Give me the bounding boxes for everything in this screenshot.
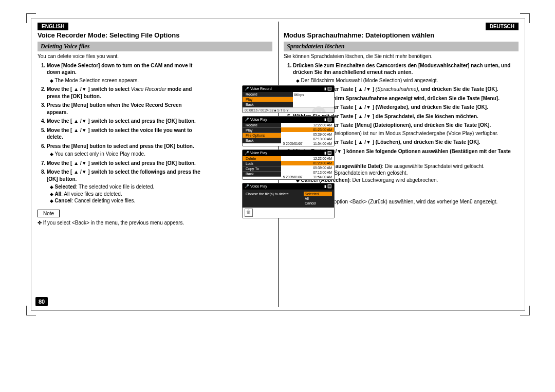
step-6: Press the [Menu] button to select and pr… [47,143,202,158]
step-5: Move the [ ▲ /▼ ] switch to select the v… [47,127,202,141]
s4-item-play: Play [243,97,293,102]
screen-4: 4 🎤 Voice Record▮ 🔳 Record Play Back ☻ 8… [242,85,335,113]
step-4: Move the [ ▲ /▼ ] switch to select and p… [47,118,202,125]
screen-6: 6 🎤 Voice Play▮ 🔳 RecordPlayFile Options… [242,116,335,146]
screen-4-hdr: 🎤 Voice Record [245,87,272,91]
step-8: Move the [ ▲ /▼ ] switch to select the f… [47,169,202,204]
left-title: Voice Recorder Mode: Selecting File Opti… [38,31,272,40]
step-7: Move the [ ▲ /▼ ] switch to select and p… [47,160,202,167]
s8-option-2: Cancel [304,201,332,206]
left-subtitle: Deleting Voice files [38,42,272,51]
s6-menu-item-1: Play [243,128,281,133]
s7-times-row-2: 05:39:00 AM [281,165,334,170]
left-note: If you select <Back> in the menu, the pr… [38,220,202,226]
left-intro: You can delete voice files you want. [38,53,272,59]
s6-times-row-2: 05:39:00 AM [281,132,334,137]
step-1: Drücken Sie zum Einschalten des Camcorde… [293,62,519,84]
step-2: Move the [ ▲ /▼ ] switch to select Voice… [47,86,202,100]
s6-times-row-1: 01:23:00 AM [281,127,334,132]
s7-times-row-3: 07:13:00 AM [281,170,334,175]
s7-menu-item-3: Back [243,172,281,177]
s4-item-back: Back [243,102,293,107]
s8-option-0: Selected [304,192,332,196]
left-column: ENGLISH Voice Recorder Mode: Selecting F… [31,18,279,310]
page-number: 80 [35,297,48,306]
screen-7-hdr: 🎤 Voice Play [245,151,267,155]
s8-option-1: All [304,196,332,201]
s6-times-row-3: 07:13:00 AM [281,137,334,141]
left-steps: Move [Mode Selector] down to turn on the… [38,62,202,204]
s7-times-row-4: 5 2005/01/0711:54:00 AM [281,175,334,179]
s7-times-row-1: 01:23:00 AM [281,161,334,165]
s8-prompt: Choose the file(s) to delete [245,192,304,196]
trash-icon: 🗑 [245,209,253,217]
english-badge: ENGLISH [38,23,68,30]
deutsch-badge: DEUTSCH [486,23,519,30]
s7-times-row-0: 12:22:00 AM [281,156,334,161]
screen-8: 8 🎤 Voice Play▮ 🔳 Choose the file(s) to … [242,183,335,218]
s6-times-row-4: 5 2005/01/0711:54:00 AM [281,141,334,146]
right-subtitle: Sprachdateien löschen [284,42,519,51]
battery-icon: ▮ 🔳 [324,118,332,122]
s6-menu-item-3: Back [243,138,281,143]
screens-column: 4 🎤 Voice Record▮ 🔳 Record Play Back ☻ 8… [242,85,335,221]
battery-icon: ▮ 🔳 [324,151,332,155]
s4-item-record: Record [243,92,293,97]
face-icon: ☻ [306,100,332,113]
screen-7: 7 🎤 Voice Play▮ 🔳 DeleteLockCopy ToBack … [242,150,335,180]
battery-icon: ▮ 🔳 [324,87,332,91]
step-1: Move [Mode Selector] down to turn on the… [47,62,202,84]
s6-times-row-0: 12:22:00 AM [281,123,334,127]
note-label: Note [38,210,60,217]
screen-6-hdr: 🎤 Voice Play [245,118,267,122]
screen-8-hdr: 🎤 Voice Play [245,184,267,189]
right-title: Modus Sprachaufnahme: Dateioptionen wähl… [284,31,519,40]
s7-menu-item-2: Copy To [243,166,281,172]
right-intro: Sie können Sprachdateien löschen, die Si… [284,53,519,59]
step-3: Press the [Menu] button when the Voice R… [47,102,202,116]
battery-icon: ▮ 🔳 [324,184,332,189]
s6-menu-item-2: File Options [243,133,281,138]
s7-menu-item-1: Lock [243,161,281,166]
s4-rate: 8Kbps [294,93,333,97]
s7-menu-item-0: Delete [243,156,281,161]
s6-menu-item-0: Record [243,123,281,128]
